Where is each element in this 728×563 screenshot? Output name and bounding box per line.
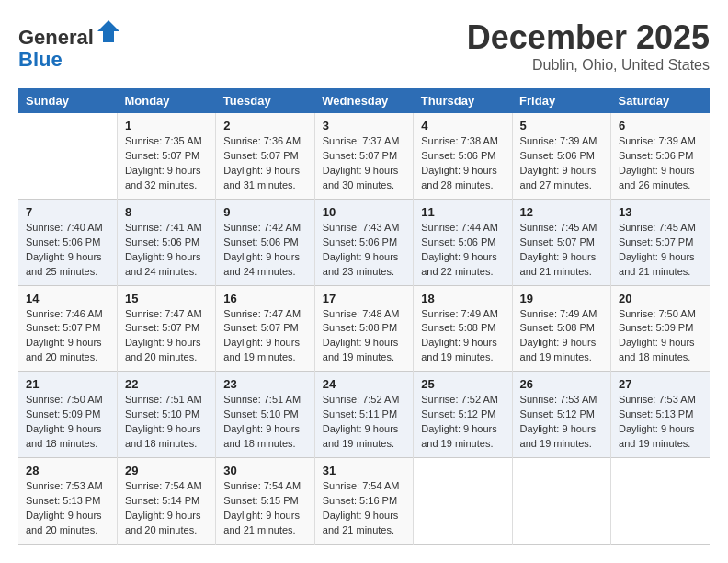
month-title: December 2025 bbox=[467, 18, 710, 57]
day-info: Sunrise: 7:52 AM Sunset: 5:11 PM Dayligh… bbox=[323, 393, 405, 452]
logo: General Blue bbox=[18, 18, 121, 71]
day-number: 17 bbox=[323, 292, 405, 305]
day-info: Sunrise: 7:54 AM Sunset: 5:15 PM Dayligh… bbox=[223, 479, 306, 538]
day-number: 24 bbox=[323, 377, 405, 391]
weekday-header-cell: Monday bbox=[117, 88, 215, 113]
calendar-day-cell: 23Sunrise: 7:51 AM Sunset: 5:10 PM Dayli… bbox=[216, 372, 314, 458]
calendar-day-cell: 30Sunrise: 7:54 AM Sunset: 5:15 PM Dayli… bbox=[216, 458, 314, 545]
calendar-week-row: 28Sunrise: 7:53 AM Sunset: 5:13 PM Dayli… bbox=[18, 458, 710, 545]
day-info: Sunrise: 7:48 AM Sunset: 5:08 PM Dayligh… bbox=[323, 307, 405, 366]
day-info: Sunrise: 7:46 AM Sunset: 5:07 PM Dayligh… bbox=[26, 307, 109, 366]
day-number: 6 bbox=[619, 119, 702, 132]
weekday-header-cell: Thursday bbox=[414, 88, 512, 113]
day-info: Sunrise: 7:45 AM Sunset: 5:07 PM Dayligh… bbox=[619, 221, 702, 280]
weekday-header-cell: Friday bbox=[512, 88, 610, 113]
calendar-week-row: 21Sunrise: 7:50 AM Sunset: 5:09 PM Dayli… bbox=[18, 372, 710, 458]
calendar-day-cell: 3Sunrise: 7:37 AM Sunset: 5:07 PM Daylig… bbox=[314, 113, 413, 199]
calendar-day-cell: 15Sunrise: 7:47 AM Sunset: 5:07 PM Dayli… bbox=[117, 285, 215, 372]
day-info: Sunrise: 7:35 AM Sunset: 5:07 PM Dayligh… bbox=[125, 134, 208, 193]
day-info: Sunrise: 7:50 AM Sunset: 5:09 PM Dayligh… bbox=[619, 307, 702, 366]
day-info: Sunrise: 7:53 AM Sunset: 5:13 PM Dayligh… bbox=[26, 479, 109, 538]
day-number: 8 bbox=[125, 205, 208, 219]
day-number: 13 bbox=[619, 205, 702, 219]
calendar-day-cell: 6Sunrise: 7:39 AM Sunset: 5:06 PM Daylig… bbox=[611, 113, 710, 199]
location-subtitle: Dublin, Ohio, United States bbox=[467, 57, 710, 74]
calendar-day-cell bbox=[512, 458, 610, 545]
day-number: 22 bbox=[125, 377, 208, 391]
calendar-day-cell: 16Sunrise: 7:47 AM Sunset: 5:07 PM Dayli… bbox=[216, 285, 314, 372]
svg-marker-0 bbox=[97, 20, 119, 42]
day-info: Sunrise: 7:49 AM Sunset: 5:08 PM Dayligh… bbox=[520, 307, 603, 366]
calendar-day-cell: 21Sunrise: 7:50 AM Sunset: 5:09 PM Dayli… bbox=[18, 372, 117, 458]
calendar-week-row: 1Sunrise: 7:35 AM Sunset: 5:07 PM Daylig… bbox=[18, 113, 710, 199]
day-info: Sunrise: 7:36 AM Sunset: 5:07 PM Dayligh… bbox=[223, 134, 306, 193]
day-number: 30 bbox=[223, 464, 306, 477]
day-number: 12 bbox=[520, 205, 603, 219]
calendar-week-row: 7Sunrise: 7:40 AM Sunset: 5:06 PM Daylig… bbox=[18, 199, 710, 285]
day-info: Sunrise: 7:47 AM Sunset: 5:07 PM Dayligh… bbox=[125, 307, 208, 366]
day-number: 29 bbox=[125, 464, 208, 477]
day-number: 15 bbox=[125, 292, 208, 305]
day-number: 28 bbox=[26, 464, 109, 477]
calendar-day-cell: 26Sunrise: 7:53 AM Sunset: 5:12 PM Dayli… bbox=[512, 372, 610, 458]
calendar-day-cell: 13Sunrise: 7:45 AM Sunset: 5:07 PM Dayli… bbox=[611, 199, 710, 285]
day-number: 19 bbox=[520, 292, 603, 305]
title-block: December 2025 Dublin, Ohio, United State… bbox=[467, 18, 710, 74]
calendar-day-cell: 8Sunrise: 7:41 AM Sunset: 5:06 PM Daylig… bbox=[117, 199, 215, 285]
calendar-day-cell: 31Sunrise: 7:54 AM Sunset: 5:16 PM Dayli… bbox=[314, 458, 413, 545]
calendar-day-cell: 10Sunrise: 7:43 AM Sunset: 5:06 PM Dayli… bbox=[314, 199, 413, 285]
day-info: Sunrise: 7:53 AM Sunset: 5:12 PM Dayligh… bbox=[520, 393, 603, 452]
page-header: General Blue December 2025 Dublin, Ohio,… bbox=[18, 18, 710, 74]
calendar-day-cell: 4Sunrise: 7:38 AM Sunset: 5:06 PM Daylig… bbox=[414, 113, 512, 199]
day-info: Sunrise: 7:51 AM Sunset: 5:10 PM Dayligh… bbox=[125, 393, 208, 452]
calendar-day-cell bbox=[18, 113, 117, 199]
calendar-day-cell: 18Sunrise: 7:49 AM Sunset: 5:08 PM Dayli… bbox=[414, 285, 512, 372]
day-info: Sunrise: 7:38 AM Sunset: 5:06 PM Dayligh… bbox=[421, 134, 504, 193]
day-number: 18 bbox=[421, 292, 504, 305]
day-number: 3 bbox=[323, 119, 405, 132]
day-info: Sunrise: 7:50 AM Sunset: 5:09 PM Dayligh… bbox=[26, 393, 109, 452]
calendar-day-cell: 27Sunrise: 7:53 AM Sunset: 5:13 PM Dayli… bbox=[611, 372, 710, 458]
calendar-day-cell: 28Sunrise: 7:53 AM Sunset: 5:13 PM Dayli… bbox=[18, 458, 117, 545]
calendar-day-cell: 5Sunrise: 7:39 AM Sunset: 5:06 PM Daylig… bbox=[512, 113, 610, 199]
weekday-header-row: SundayMondayTuesdayWednesdayThursdayFrid… bbox=[18, 88, 710, 113]
day-info: Sunrise: 7:45 AM Sunset: 5:07 PM Dayligh… bbox=[520, 221, 603, 280]
calendar-day-cell: 24Sunrise: 7:52 AM Sunset: 5:11 PM Dayli… bbox=[314, 372, 413, 458]
calendar-day-cell: 25Sunrise: 7:52 AM Sunset: 5:12 PM Dayli… bbox=[414, 372, 512, 458]
day-number: 11 bbox=[421, 205, 504, 219]
calendar-day-cell: 20Sunrise: 7:50 AM Sunset: 5:09 PM Dayli… bbox=[611, 285, 710, 372]
weekday-header-cell: Sunday bbox=[18, 88, 117, 113]
calendar-day-cell: 17Sunrise: 7:48 AM Sunset: 5:08 PM Dayli… bbox=[314, 285, 413, 372]
logo-blue: Blue bbox=[18, 48, 63, 71]
calendar-day-cell: 22Sunrise: 7:51 AM Sunset: 5:10 PM Dayli… bbox=[117, 372, 215, 458]
day-info: Sunrise: 7:41 AM Sunset: 5:06 PM Dayligh… bbox=[125, 221, 208, 280]
calendar-day-cell: 9Sunrise: 7:42 AM Sunset: 5:06 PM Daylig… bbox=[216, 199, 314, 285]
day-info: Sunrise: 7:53 AM Sunset: 5:13 PM Dayligh… bbox=[619, 393, 702, 452]
calendar-day-cell: 12Sunrise: 7:45 AM Sunset: 5:07 PM Dayli… bbox=[512, 199, 610, 285]
day-number: 21 bbox=[26, 377, 109, 391]
day-number: 31 bbox=[323, 464, 405, 477]
day-number: 9 bbox=[223, 205, 306, 219]
calendar-body: 1Sunrise: 7:35 AM Sunset: 5:07 PM Daylig… bbox=[18, 113, 710, 544]
day-info: Sunrise: 7:49 AM Sunset: 5:08 PM Dayligh… bbox=[421, 307, 504, 366]
calendar-day-cell bbox=[414, 458, 512, 545]
day-number: 2 bbox=[223, 119, 306, 132]
day-info: Sunrise: 7:37 AM Sunset: 5:07 PM Dayligh… bbox=[323, 134, 405, 193]
calendar-day-cell: 29Sunrise: 7:54 AM Sunset: 5:14 PM Dayli… bbox=[117, 458, 215, 545]
day-number: 26 bbox=[520, 377, 603, 391]
calendar-day-cell: 1Sunrise: 7:35 AM Sunset: 5:07 PM Daylig… bbox=[117, 113, 215, 199]
day-info: Sunrise: 7:39 AM Sunset: 5:06 PM Dayligh… bbox=[520, 134, 603, 193]
day-info: Sunrise: 7:43 AM Sunset: 5:06 PM Dayligh… bbox=[323, 221, 405, 280]
day-number: 10 bbox=[323, 205, 405, 219]
day-number: 20 bbox=[619, 292, 702, 305]
day-number: 7 bbox=[26, 205, 109, 219]
day-number: 23 bbox=[223, 377, 306, 391]
logo-icon bbox=[96, 18, 121, 44]
calendar-day-cell: 7Sunrise: 7:40 AM Sunset: 5:06 PM Daylig… bbox=[18, 199, 117, 285]
day-info: Sunrise: 7:39 AM Sunset: 5:06 PM Dayligh… bbox=[619, 134, 702, 193]
weekday-header-cell: Wednesday bbox=[314, 88, 413, 113]
day-number: 5 bbox=[520, 119, 603, 132]
calendar-table: SundayMondayTuesdayWednesdayThursdayFrid… bbox=[18, 88, 710, 545]
day-number: 4 bbox=[421, 119, 504, 132]
weekday-header-cell: Tuesday bbox=[216, 88, 314, 113]
